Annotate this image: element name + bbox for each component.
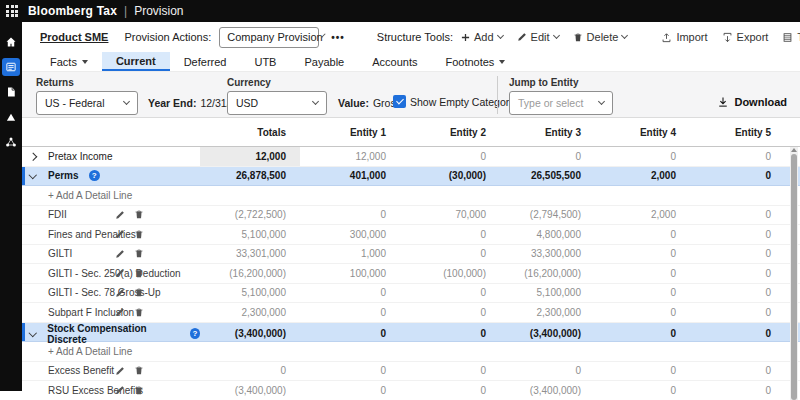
delete-row-button[interactable] [134,307,144,318]
edit-row-button[interactable] [115,249,125,259]
delete-row-button[interactable] [134,209,144,220]
value-cell: 2,000 [595,209,690,220]
row-actions [115,206,144,225]
pencil-icon [115,288,125,298]
value-cell: (3,400,000) [500,328,595,339]
value-cell: 0 [595,151,690,162]
more-actions-button[interactable]: ••• [331,32,345,43]
export-button[interactable]: Export [722,31,769,43]
jump-to-entity-select[interactable]: Type or select [509,91,613,115]
value-cell: (3,400,000) [200,385,300,396]
tab-accounts[interactable]: Accounts [358,52,431,71]
edit-row-button[interactable] [115,307,125,317]
row-expand-chevron-icon[interactable] [30,174,42,178]
templates-button[interactable]: Templates [782,31,800,43]
home-icon[interactable] [2,33,20,51]
value-cell: 0 [400,151,500,162]
jump-to-entity-label: Jump to Entity [509,77,613,88]
vertical-scrollbar[interactable] [790,147,798,400]
tab-utb[interactable]: UTB [240,52,290,71]
jump-to-entity-placeholder: Type or select [518,97,583,109]
edit-row-button[interactable] [115,268,125,278]
download-button[interactable]: Download [717,96,787,108]
tab-label: Footnotes [445,56,494,68]
triangle-icon[interactable] [2,108,20,126]
value-cell: 0 [500,151,595,162]
value-cell: 1,000 [300,248,400,259]
info-badge-icon[interactable]: ? [190,328,200,339]
info-badge-icon[interactable]: ? [89,170,100,181]
show-empty-field: Show Empty Categories [393,95,523,108]
value-cell: 4,800,000 [500,229,595,240]
import-button[interactable]: Import [661,31,707,43]
value-cell: 12,000 [200,147,300,166]
value-cell: 0 [690,287,785,298]
table-row-add: + Add A Detail Line [22,342,800,362]
scrollbar-thumb[interactable] [791,154,797,400]
row-actions [115,264,144,283]
table-body: Pretax Income 12,000 12,000 0 0 0 0 Perm… [22,147,800,400]
network-icon[interactable] [2,133,20,151]
returns-filter: Returns US - Federal [36,77,138,115]
chevron-down-icon [82,60,88,64]
edit-row-button[interactable] [115,288,125,298]
value-cell: 0 [690,328,785,339]
delete-row-button[interactable] [134,248,144,259]
currency-select[interactable]: USD [227,91,327,115]
tab-footnotes[interactable]: Footnotes [431,52,519,71]
value-cell: 0 [690,268,785,279]
provision-actions-select[interactable]: Company Provision [219,27,319,48]
tab-bar: Facts Current Deferred UTB Payable Accou… [22,52,800,72]
currency-filter: Currency USD [227,77,327,115]
value-cell: (16,200,000) [200,268,300,279]
delete-row-button[interactable] [134,229,144,240]
tab-facts[interactable]: Facts [36,52,102,71]
pencil-icon [517,32,527,42]
user-profile-link[interactable]: Product SME [40,31,108,43]
table-row-group[interactable]: Stock Compensation Discrete ? (3,400,000… [22,323,800,343]
table-row-detail: GILTI 33,301,000 1,000 0 33,300,000 0 0 [22,245,800,265]
add-detail-line-button[interactable]: + Add A Detail Line [22,346,132,357]
delete-row-button[interactable] [134,365,144,376]
tab-current[interactable]: Current [102,52,170,71]
value-cell: 0 [595,385,690,396]
delete-row-button[interactable] [134,268,144,279]
table-row-group[interactable]: Perms ? 26,878,500 401,000 (30,000) 26,5… [22,167,800,187]
download-icon [717,96,729,108]
edit-row-button[interactable] [115,366,125,376]
row-expand-chevron-icon[interactable] [30,332,41,336]
add-detail-line-button[interactable]: + Add A Detail Line [22,190,132,201]
tab-deferred[interactable]: Deferred [170,52,241,71]
returns-select[interactable]: US - Federal [36,91,138,115]
app-grid-icon[interactable] [6,5,18,17]
edit-row-button[interactable] [115,229,125,239]
edit-button[interactable]: Edit [517,31,559,43]
currency-value: USD [236,97,258,109]
value-cell: 0 [400,365,500,376]
edit-row-button[interactable] [115,210,125,220]
plus-icon [461,33,470,42]
grid-list-icon[interactable] [2,58,20,76]
edit-row-button[interactable] [115,385,125,395]
value-cell: (16,200,000) [500,268,595,279]
tab-label: Facts [50,56,77,68]
value-cell: 0 [200,365,300,376]
table-row-detail: Subpart F Inclusion 2,300,000 0 0 2,300,… [22,303,800,323]
value-cell: 0 [595,248,690,259]
delete-row-button[interactable] [134,287,144,298]
table-row-group[interactable]: Pretax Income 12,000 12,000 0 0 0 0 [22,147,800,167]
value-cell: 33,300,000 [500,248,595,259]
document-icon[interactable] [2,83,20,101]
delete-button[interactable]: Delete [573,31,628,43]
scroll-up-icon[interactable] [791,147,797,153]
chevron-down-icon [312,98,319,105]
filter-divider [497,76,498,114]
tab-payable[interactable]: Payable [290,52,358,71]
value-cell: (30,000) [400,170,500,181]
row-expand-chevron-icon[interactable] [30,154,42,160]
delete-row-button[interactable] [134,385,144,396]
show-empty-checkbox[interactable] [393,95,406,108]
add-button[interactable]: Add [461,31,503,43]
download-button-label: Download [734,96,787,108]
row-actions [115,245,144,264]
